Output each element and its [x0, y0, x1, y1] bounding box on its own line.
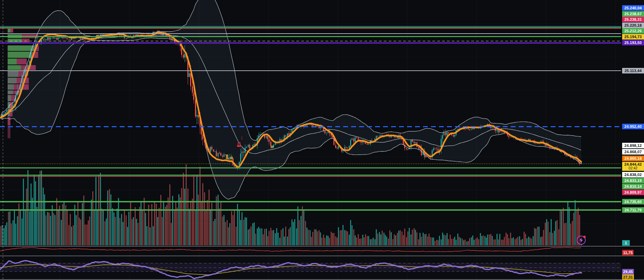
price-label[interactable]: 24.711,79 — [622, 207, 644, 213]
price-label: 24.868,07 — [622, 149, 644, 155]
level-line[interactable] — [0, 42, 621, 44]
price-label[interactable]: 24.735,60 — [622, 199, 644, 204]
pane-separator[interactable] — [0, 246, 644, 246]
level-line[interactable] — [0, 175, 621, 176]
level-line[interactable] — [0, 27, 621, 28]
price-label-text: 11,75 — [623, 251, 633, 255]
price-label-text: 27,31 — [623, 275, 633, 279]
price-label: 27,31 — [622, 274, 634, 280]
chart-root: ↓⇊↑↑ 25.240,0425.238,6725.238,3125.220,1… — [0, 0, 644, 280]
price-label: 29,45 — [622, 269, 634, 274]
price-label[interactable]: 24.809,97 — [622, 190, 644, 195]
price-label[interactable]: 25.240,04 — [622, 5, 644, 11]
pane-separator[interactable] — [0, 279, 644, 280]
price-label-text: 24.838,02 — [625, 173, 642, 177]
price-label[interactable]: 25.193,50 — [622, 40, 644, 45]
level-line[interactable] — [0, 28, 621, 29]
price-label[interactable]: 25.194,73 — [622, 34, 644, 40]
price-label-text: 24.735,60 — [625, 200, 642, 204]
level-line[interactable] — [0, 33, 621, 34]
flash-boost-icon[interactable] — [577, 236, 586, 245]
level-line[interactable] — [0, 70, 621, 71]
price-label-text: 25.240,04 — [625, 6, 642, 10]
price-label[interactable]: 24.810,14 — [622, 184, 644, 189]
level-line[interactable] — [0, 164, 621, 164]
price-label[interactable]: 25.238,31 — [622, 17, 644, 22]
price-label: 11,75 — [622, 250, 634, 255]
price-label-text: 24.810,14 — [625, 184, 642, 189]
price-label-text: 24.809,97 — [625, 190, 642, 194]
price-label: 24.860,18 — [622, 156, 644, 161]
price-label-text: 24.898,12 — [625, 143, 642, 148]
level-line[interactable] — [0, 176, 621, 177]
price-label-text: 24.860,18 — [625, 156, 642, 160]
level-line[interactable] — [0, 201, 621, 202]
price-label-text: 25.238,31 — [625, 17, 642, 21]
price-label-text: 24.844,42 — [625, 162, 642, 166]
price-label-text: 1 — [625, 241, 627, 245]
price-label-text: 25.220,18 — [625, 23, 642, 27]
countdown-text: 02:42 — [629, 166, 638, 170]
session-start-line — [3, 0, 3, 280]
price-label-text: 24.711,79 — [625, 208, 642, 212]
price-label[interactable]: 25.238,67 — [622, 11, 644, 17]
price-label: 24.898,12 — [622, 143, 644, 148]
price-label-text: 25.113,44 — [625, 69, 642, 73]
price-label: 24.838,02 — [622, 172, 644, 177]
price-label[interactable]: 24.952,40 — [622, 124, 644, 129]
sell-arrow-icon: ↓ — [240, 134, 244, 140]
price-label-text: 29,45 — [623, 270, 633, 274]
level-line[interactable] — [0, 36, 621, 37]
level-line[interactable] — [0, 126, 621, 127]
price-label-text: 25.212,26 — [625, 29, 642, 33]
level-line[interactable] — [0, 41, 621, 41]
price-label-text: 25.194,73 — [625, 35, 642, 39]
alert-dot-icon — [583, 236, 586, 238]
pane-separator[interactable] — [0, 256, 644, 256]
price-label-text: 24.868,07 — [625, 150, 642, 154]
level-line[interactable] — [0, 26, 621, 26]
strong-sell-arrow-icon: ⇊ — [236, 142, 242, 148]
price-label[interactable]: 25.113,44 — [622, 68, 644, 73]
price-label[interactable]: 24.833,19 — [622, 178, 644, 183]
level-line[interactable] — [0, 167, 621, 168]
current-price-label: 24.844,4202:42 — [622, 162, 644, 171]
buy-arrow-icon: ↑ — [242, 153, 245, 159]
price-label-text: 25.238,67 — [625, 12, 642, 16]
price-label-text: 25.193,50 — [625, 41, 642, 45]
price-label: 1 — [622, 240, 630, 246]
price-label-text: 24.833,19 — [625, 178, 642, 183]
level-line[interactable] — [0, 209, 621, 211]
price-label-text: 24.952,40 — [625, 124, 642, 129]
price-label[interactable]: 25.212,26 — [622, 28, 644, 34]
price-label[interactable]: 25.220,18 — [622, 23, 644, 28]
buy-arrow-icon: ↑ — [239, 164, 242, 170]
